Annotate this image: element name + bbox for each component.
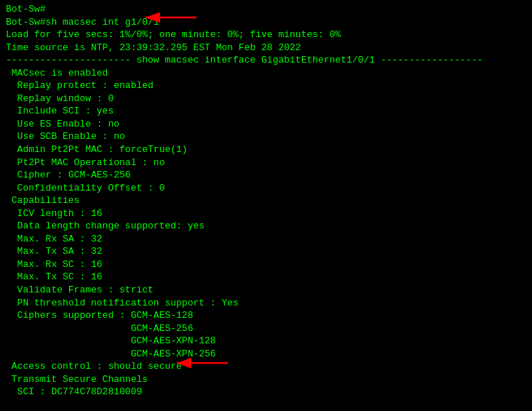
terminal-line: Bot-Sw#sh macsec int g1/0/1 xyxy=(6,16,526,29)
terminal-line: SCI : DC774C78D2810009 xyxy=(6,386,526,399)
terminal-line: Include SCI : yes xyxy=(6,105,526,118)
terminal-line: Capabilities xyxy=(6,194,526,207)
terminal-line: Replay window : 0 xyxy=(6,92,526,105)
terminal-window: Bot-Sw#Bot-Sw#sh macsec int g1/0/1Load f… xyxy=(0,0,532,411)
terminal-line: Admin Pt2Pt MAC : forceTrue(1) xyxy=(6,143,526,156)
terminal-line: Transmit Secure Channels xyxy=(6,373,526,386)
terminal-line: Data length change supported: yes xyxy=(6,220,526,233)
terminal-line: Max. Tx SC : 16 xyxy=(6,271,526,284)
terminal-line: PN threshold notification support : Yes xyxy=(6,297,526,310)
terminal-line: Max. Tx SA : 32 xyxy=(6,245,526,258)
terminal-line: Use SCB Enable : no xyxy=(6,130,526,143)
terminal-line: Access control : should secure xyxy=(6,360,526,373)
terminal-line: Bot-Sw# xyxy=(6,3,526,16)
terminal-line: GCM-AES-256 xyxy=(6,322,526,335)
terminal-line: GCM-AES-XPN-256 xyxy=(6,348,526,361)
terminal-line: Confidentiality Offset : 0 xyxy=(6,182,526,195)
terminal-line: Max. Rx SA : 32 xyxy=(6,233,526,246)
terminal-line: Max. Rx SC : 16 xyxy=(6,258,526,271)
terminal-line: ICV length : 16 xyxy=(6,207,526,220)
arrow2-indicator xyxy=(173,356,231,370)
terminal-line: Load for five secs: 1%/0%; one minute: 0… xyxy=(6,28,526,41)
terminal-output: Bot-Sw#Bot-Sw#sh macsec int g1/0/1Load f… xyxy=(6,3,526,399)
arrow1-indicator xyxy=(142,10,200,25)
terminal-line: Pt2Pt MAC Operational : no xyxy=(6,156,526,169)
terminal-line: Ciphers supported : GCM-AES-128 xyxy=(6,309,526,322)
terminal-line: Cipher : GCM-AES-256 xyxy=(6,169,526,182)
terminal-line: Validate Frames : strict xyxy=(6,284,526,297)
terminal-line: Time source is NTP, 23:39:32.295 EST Mon… xyxy=(6,41,526,55)
terminal-line: MACsec is enabled xyxy=(6,67,526,80)
terminal-line: Use ES Enable : no xyxy=(6,118,526,131)
terminal-line: GCM-AES-XPN-128 xyxy=(6,335,526,348)
terminal-line: Replay protect : enabled xyxy=(6,79,526,92)
terminal-line: ---------------------- show macsec inter… xyxy=(6,54,526,67)
